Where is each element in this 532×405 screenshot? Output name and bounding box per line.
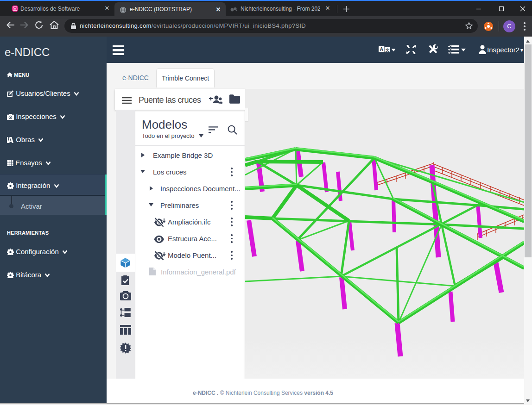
svg-text:A: A xyxy=(380,46,383,52)
svg-text:文: 文 xyxy=(386,48,390,52)
